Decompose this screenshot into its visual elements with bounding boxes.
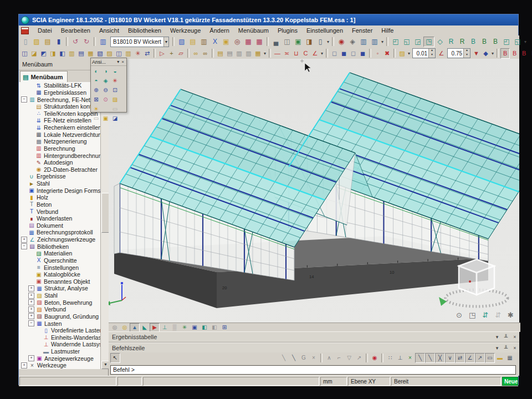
snap-edge-button[interactable]: ⇄: [455, 353, 465, 363]
dimension-star-button[interactable]: ✳: [133, 48, 142, 59]
view-grid-button[interactable]: ◰: [501, 37, 512, 47]
print-preview-button[interactable]: ◫: [282, 37, 293, 47]
member-grid-button[interactable]: ▨: [105, 48, 114, 59]
show-wireframe-button[interactable]: ◧: [209, 323, 219, 332]
select-single-button[interactable]: +: [167, 48, 176, 59]
rotate-view-button[interactable]: ◈: [101, 76, 110, 85]
results-columns-button[interactable]: ▥: [358, 37, 369, 47]
drawing-gallery-button[interactable]: ▦: [254, 37, 265, 47]
print-button[interactable]: ▄: [270, 37, 282, 47]
view-loads-button[interactable]: R: [457, 37, 468, 47]
3d-viewport[interactable]: 201410 ⊙◳⇵⇵✱: [109, 59, 519, 323]
tab-menubaum[interactable]: ▤ Menübaum: [20, 71, 68, 83]
load-case-b3-button[interactable]: B: [519, 48, 529, 59]
tree-item-ergebnisklassen[interactable]: ▦Ergebnisklassen: [19, 89, 100, 96]
menu-men-baum[interactable]: Menübaum: [234, 26, 273, 35]
select-add-button[interactable]: ▷: [157, 48, 167, 59]
mesh-calc-button[interactable]: ◎: [232, 37, 243, 47]
axonometric-view-button[interactable]: ✳: [110, 76, 120, 85]
snap-line-button[interactable]: ╲: [279, 353, 289, 363]
save-picture-button[interactable]: ▣: [293, 37, 304, 47]
tree-item-beton[interactable]: TBeton: [19, 201, 100, 208]
chevron-down-icon[interactable]: ▾: [493, 345, 502, 351]
tree-item-vordefinierte-lasten[interactable]: ▯Vordefinierte Lasten: [19, 327, 100, 334]
tree-item-berechnung-fe-netz[interactable]: −▥Berechnung, FE-Netz: [19, 96, 100, 103]
expand-toggle[interactable]: +: [21, 362, 27, 369]
tree-item-struktur-analyse[interactable]: +▦Struktur, Analyse: [19, 285, 100, 292]
close-icon[interactable]: ×: [120, 59, 125, 64]
chevron-down-icon[interactable]: ▾: [493, 334, 502, 340]
zoom-selection-button[interactable]: ⊙: [101, 95, 110, 104]
export-document-button[interactable]: ◨: [304, 37, 315, 47]
member-info-button[interactable]: ◧: [58, 48, 67, 59]
snap-vertex-button[interactable]: ∨: [445, 353, 455, 363]
tree-item-stahl[interactable]: +▨Stahl: [19, 292, 100, 299]
close-icon[interactable]: ×: [510, 334, 519, 340]
view-top-button[interactable]: ◒: [110, 66, 120, 76]
menu-hilfe[interactable]: Hilfe: [377, 26, 398, 35]
member-check-button[interactable]: ◈: [347, 37, 358, 47]
menu-datei[interactable]: Datei: [33, 26, 57, 35]
tree-item-berechnung[interactable]: ▥Berechnung: [19, 145, 100, 152]
tree-item-berechnungsprotokoll[interactable]: ▦Berechnungsprotokoll: [19, 229, 100, 236]
snap-endpoint-button[interactable]: ╲: [415, 353, 425, 363]
image-disabled-button[interactable]: ▭: [110, 104, 120, 114]
spinner-arrows[interactable]: ▲▼: [463, 49, 470, 58]
member-1d-props-button[interactable]: ◪: [29, 48, 39, 59]
view-cube-toggle-icon[interactable]: ◳: [469, 311, 475, 319]
picture-gallery-button[interactable]: ▦: [243, 37, 254, 47]
overflow-caret[interactable]: ▾: [263, 51, 267, 56]
document-window-icon[interactable]: [21, 27, 29, 34]
snap-midpoint-button[interactable]: ∧: [324, 353, 334, 363]
show-supports-button[interactable]: ⊥: [160, 323, 170, 332]
snap-perpendicular-button[interactable]: ▽: [344, 353, 354, 363]
show-surfaces-button[interactable]: ◧: [200, 323, 209, 332]
results-table-panel-header[interactable]: Ergebnisstabelle ▾ ╨ ×: [109, 331, 519, 342]
tree-item-ergebnisse[interactable]: ∪Ergebnisse: [19, 173, 100, 180]
solid-box-filled-button[interactable]: ◼: [339, 48, 349, 59]
recalculate-button[interactable]: ◉: [336, 37, 347, 47]
tree-item-lokale-netzverdichtung[interactable]: ▦Lokale Netzverdichtung: [19, 131, 100, 138]
view-side-button[interactable]: ◑: [101, 66, 110, 76]
snap-step-spinner[interactable]: 0.01▲▼: [412, 48, 436, 58]
tree-item-stabilit-ts-lfk[interactable]: ⇅Stabilitäts-LFK: [19, 82, 100, 89]
command-input[interactable]: Befehl >: [110, 365, 516, 375]
snap-crossing-button[interactable]: ╳: [435, 353, 445, 363]
member-check2-button[interactable]: ◫: [114, 48, 124, 59]
member-1d-button[interactable]: ◫: [20, 48, 29, 59]
menu-einstellungen[interactable]: Einstellungen: [302, 26, 347, 35]
tree-item-teile-knoten-koppeln[interactable]: ∴Teile/Knoten koppeln: [19, 110, 100, 117]
tree-item-beton-bewehrung[interactable]: +▨Beton, Bewehrung: [19, 299, 100, 306]
view-options-button[interactable]: ◱: [512, 37, 523, 47]
show-model-data-button[interactable]: ✳: [180, 323, 190, 332]
tree-item-baugrund-gr-ndung[interactable]: +▨Baugrund, Gründung: [19, 313, 100, 320]
overflow-caret[interactable]: ▾: [380, 39, 385, 44]
tree-item-einheits-wanderlast[interactable]: ⊥Einheits-Wanderlast: [19, 334, 100, 341]
snap-column-button[interactable]: ⊥: [395, 353, 405, 363]
snap-grid-points-button[interactable]: ∷: [385, 353, 395, 363]
redo-button[interactable]: ↻: [81, 37, 92, 47]
title-bar[interactable]: SCIA Engineer 18.1.2052 - [B18010 BV Wic…: [19, 14, 518, 25]
load-lock-button[interactable]: B: [529, 48, 532, 59]
command-line-panel-header[interactable]: Befehlszeile ▾ ╨ ×: [109, 342, 519, 354]
expand-toggle[interactable]: +: [28, 313, 34, 319]
dimension-style-button[interactable]: ▼: [472, 48, 481, 59]
view-supports-button[interactable]: R: [446, 37, 457, 47]
dot-grid-button[interactable]: ◦: [373, 48, 382, 59]
view-front-button[interactable]: ◐: [91, 66, 101, 76]
show-volumes-button[interactable]: ▣: [190, 323, 200, 332]
xml-io-button[interactable]: X: [209, 37, 221, 47]
member-dim-button[interactable]: ▥: [124, 48, 133, 59]
tree-item-fe-netz-einstellen[interactable]: ⇊FE-Netz einstellen: [19, 117, 100, 124]
dimension-link-button[interactable]: ⇄: [142, 48, 152, 59]
dimension-style2-button[interactable]: ◆: [481, 48, 490, 59]
previous-selection-button[interactable]: ∞: [191, 48, 201, 59]
tree-item-wandernde-lastsyste[interactable]: ⊥Wandernde Lastsyste: [19, 341, 100, 348]
view-flag-button[interactable]: ▶: [150, 323, 160, 332]
light-toggle-button[interactable]: ☀: [91, 104, 101, 114]
tree-item-integrierte-design-forms[interactable]: ▣Integrierte Design Forms: [19, 187, 100, 194]
view-beams-button[interactable]: ◰: [390, 37, 401, 47]
selection-cursor-button[interactable]: ↖: [110, 353, 120, 363]
open-template-button[interactable]: ▨: [397, 48, 407, 59]
tree-scrollbar[interactable]: ▲ ▼: [100, 82, 109, 369]
